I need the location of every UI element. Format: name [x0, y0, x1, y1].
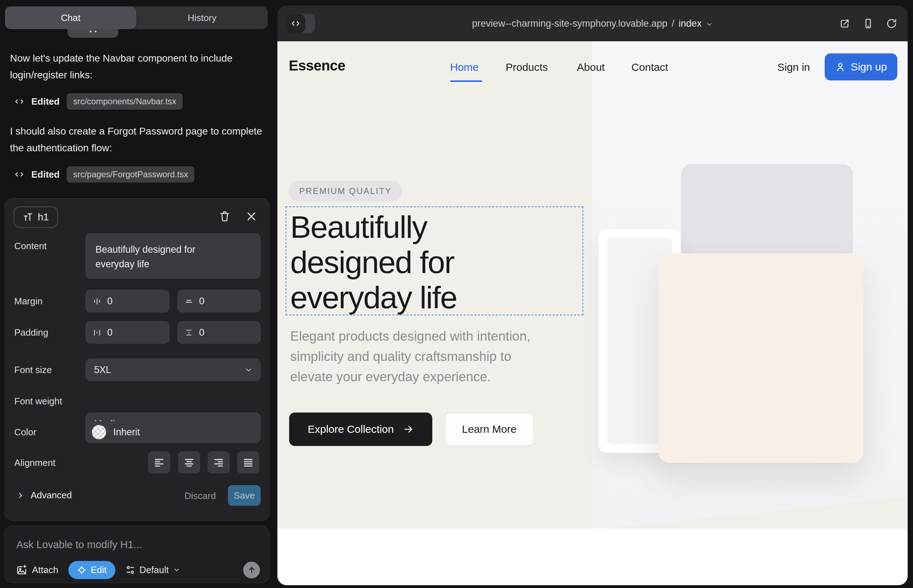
color-label: Color	[14, 427, 36, 438]
align-left-button[interactable]	[148, 451, 170, 473]
send-button[interactable]	[243, 562, 260, 578]
margin-horizontal-value: 0	[107, 296, 113, 307]
align-center-button[interactable]	[178, 451, 200, 473]
color-swatch	[92, 425, 106, 439]
chat-message: Now let's update the Navbar component to…	[10, 50, 264, 83]
padding-horizontal-value: 0	[107, 327, 113, 338]
align-justify-button[interactable]	[237, 451, 259, 473]
content-input[interactable]: Beautifully designed for everyday life	[86, 233, 261, 279]
align-right-button[interactable]	[207, 451, 230, 473]
chevron-right-icon	[16, 491, 24, 499]
chevron-down-icon	[244, 365, 253, 374]
chevron-down-icon	[173, 566, 180, 573]
chat-history-tabs: Chat History	[5, 6, 268, 29]
mode-label: Default	[139, 564, 169, 575]
attach-label: Attach	[32, 564, 58, 575]
mobile-view-icon[interactable]	[863, 18, 874, 29]
margin-horizontal-icon	[92, 297, 102, 306]
nav-link-products[interactable]: Products	[506, 61, 548, 73]
settings-sliders-icon	[125, 565, 135, 575]
padding-horizontal-input[interactable]: 0	[86, 321, 170, 344]
url-separator: /	[672, 18, 674, 29]
delete-element-button[interactable]	[219, 210, 231, 222]
close-panel-icon[interactable]	[246, 211, 257, 222]
padding-vertical-value: 0	[199, 327, 204, 338]
content-label: Content	[14, 241, 47, 252]
nav-link-home[interactable]: Home	[450, 61, 479, 73]
nav-link-about[interactable]: About	[577, 61, 605, 73]
file-chip[interactable]: src/pages/ForgotPassword.tsx	[66, 166, 194, 183]
element-tag-pill: h1	[13, 207, 58, 228]
font-size-label: Font size	[14, 365, 52, 375]
sign-up-button[interactable]: Sign up	[825, 53, 897, 81]
section-below-hero	[277, 528, 908, 585]
site-preview: Essence Home Products About Contact Sign…	[277, 41, 908, 585]
scrolled-chip-peek	[68, 29, 118, 38]
edited-file-row: Edited src/pages/ForgotPassword.tsx	[14, 166, 194, 183]
premium-quality-badge: PREMIUM QUALITY	[288, 181, 402, 202]
padding-label: Padding	[14, 327, 48, 338]
edited-file-row: Edited src/components/Navbar.tsx	[14, 93, 183, 110]
margin-horizontal-input[interactable]: 0	[86, 290, 170, 312]
element-editor-panel: h1 Content Beautifully designed for ever…	[5, 198, 270, 521]
code-icon	[14, 170, 24, 179]
explore-collection-label: Explore Collection	[308, 423, 394, 435]
padding-vertical-icon	[185, 328, 193, 337]
arrow-right-icon	[403, 424, 414, 435]
file-chip[interactable]: src/components/Navbar.tsx	[66, 93, 182, 110]
active-nav-underline	[450, 81, 482, 82]
decor-card-cream	[659, 254, 863, 463]
edit-mode-button[interactable]: Edit	[68, 561, 115, 579]
margin-vertical-input[interactable]: 0	[177, 290, 261, 312]
edit-label: Edit	[91, 564, 107, 575]
sign-in-link[interactable]: Sign in	[777, 61, 810, 73]
tab-history[interactable]: History	[136, 6, 268, 29]
margin-label: Margin	[14, 296, 42, 307]
padding-horizontal-icon	[92, 328, 102, 337]
edited-label: Edited	[31, 169, 60, 180]
attach-button[interactable]: Attach	[16, 564, 58, 575]
browser-toolbar: preview--charming-site-symphony.lovable.…	[277, 6, 908, 41]
site-logo[interactable]: Essence	[289, 58, 345, 74]
attach-image-icon	[16, 564, 27, 575]
preview-path: index	[679, 18, 702, 29]
chat-composer: Ask Lovable to modify H1... Attach Edit …	[5, 526, 270, 583]
hero-heading[interactable]: Beautifully designed for everyday life	[290, 209, 457, 315]
open-external-icon[interactable]	[839, 18, 850, 29]
margin-vertical-icon	[185, 297, 193, 306]
hero-paragraph: Elegant products designed with intention…	[290, 326, 531, 387]
crosshair-icon	[77, 565, 87, 575]
preview-url: preview--charming-site-symphony.lovable.…	[472, 18, 668, 29]
code-icon	[14, 97, 24, 107]
color-select[interactable]: Inherit	[86, 421, 261, 443]
type-icon	[23, 212, 33, 222]
tab-chat[interactable]: Chat	[5, 6, 136, 29]
lovable-app: Chat History Now let's update the Navbar…	[0, 0, 913, 588]
discard-button[interactable]: Discard	[185, 491, 216, 501]
save-button[interactable]: Save	[228, 485, 261, 506]
element-tag-label: h1	[38, 212, 49, 223]
chevron-down-icon	[706, 21, 713, 28]
advanced-toggle[interactable]: Advanced	[16, 490, 72, 501]
margin-vertical-value: 0	[199, 296, 204, 307]
color-value: Inherit	[113, 427, 140, 438]
edited-label: Edited	[31, 96, 60, 107]
font-weight-label: Font weight	[14, 396, 62, 407]
alignment-label: Alignment	[14, 457, 55, 468]
refresh-icon[interactable]	[886, 18, 897, 29]
mode-select[interactable]: Default	[125, 564, 180, 575]
composer-input[interactable]: Ask Lovable to modify H1...	[16, 539, 142, 551]
learn-more-button[interactable]: Learn More	[444, 412, 534, 446]
font-size-select[interactable]: 5XL	[86, 359, 261, 381]
user-icon	[835, 61, 846, 72]
nav-link-contact[interactable]: Contact	[631, 61, 668, 73]
advanced-label: Advanced	[31, 490, 72, 501]
url-bar[interactable]: preview--charming-site-symphony.lovable.…	[277, 6, 908, 41]
explore-collection-button[interactable]: Explore Collection	[289, 412, 432, 446]
chat-message: I should also create a Forgot Password p…	[10, 123, 264, 156]
sign-up-label: Sign up	[851, 61, 887, 73]
preview-browser-window: preview--charming-site-symphony.lovable.…	[277, 6, 908, 585]
padding-vertical-input[interactable]: 0	[177, 321, 261, 344]
font-size-value: 5XL	[94, 365, 111, 375]
